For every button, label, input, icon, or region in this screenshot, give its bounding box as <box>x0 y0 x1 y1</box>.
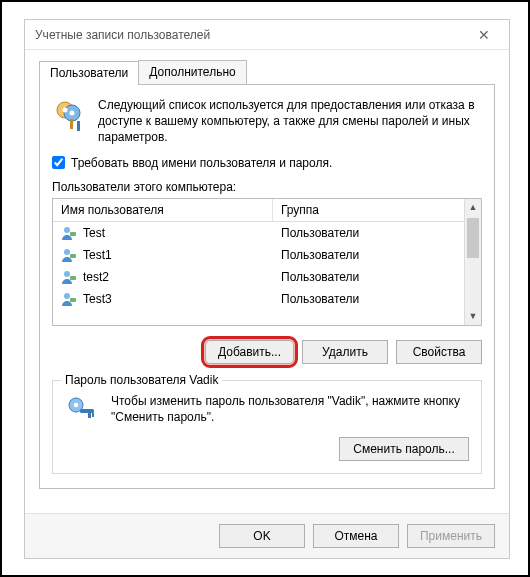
user-icon <box>61 291 77 307</box>
cancel-button[interactable]: Отмена <box>313 524 399 548</box>
window-title: Учетные записи пользователей <box>35 28 469 42</box>
table-row[interactable]: Test1 Пользователи <box>53 244 464 266</box>
require-login-label: Требовать ввод имени пользователя и паро… <box>71 156 332 170</box>
svg-point-3 <box>70 111 75 116</box>
tabstrip: Пользователи Дополнительно <box>39 60 495 84</box>
scroll-track[interactable] <box>465 216 481 308</box>
svg-rect-13 <box>70 298 76 302</box>
password-group-legend: Пароль пользователя Vadik <box>61 373 222 387</box>
group-cell: Пользователи <box>273 248 464 262</box>
svg-rect-17 <box>88 413 91 418</box>
user-icon <box>61 247 77 263</box>
change-password-button[interactable]: Сменить пароль... <box>339 437 469 461</box>
tab-users[interactable]: Пользователи <box>39 61 139 85</box>
group-cell: Пользователи <box>273 292 464 306</box>
username-cell: Test <box>83 226 105 240</box>
svg-point-6 <box>64 227 70 233</box>
apply-button[interactable]: Применить <box>407 524 495 548</box>
svg-rect-18 <box>92 413 94 417</box>
group-cell: Пользователи <box>273 270 464 284</box>
add-button[interactable]: Добавить... <box>205 340 294 364</box>
svg-rect-16 <box>80 409 94 413</box>
key-icon <box>65 393 99 427</box>
users-keys-icon <box>52 97 88 146</box>
svg-point-2 <box>63 108 68 113</box>
username-cell: Test3 <box>83 292 112 306</box>
svg-rect-7 <box>70 232 76 236</box>
dialog-button-bar: OK Отмена Применить <box>25 513 509 558</box>
svg-point-8 <box>64 249 70 255</box>
scroll-up-icon[interactable]: ▲ <box>465 199 481 216</box>
users-list-label: Пользователи этого компьютера: <box>52 180 482 194</box>
user-icon <box>61 269 77 285</box>
user-accounts-dialog: Учетные записи пользователей ✕ Пользоват… <box>24 19 510 559</box>
ok-button[interactable]: OK <box>219 524 305 548</box>
svg-rect-9 <box>70 254 76 258</box>
listview-scrollbar[interactable]: ▲ ▼ <box>464 199 481 325</box>
group-cell: Пользователи <box>273 226 464 240</box>
column-group[interactable]: Группа <box>273 199 464 221</box>
svg-rect-11 <box>70 276 76 280</box>
tab-panel-users: Следующий список используется для предос… <box>39 84 495 489</box>
user-icon <box>61 225 77 241</box>
scroll-down-icon[interactable]: ▼ <box>465 308 481 325</box>
properties-button[interactable]: Свойства <box>396 340 482 364</box>
username-cell: Test1 <box>83 248 112 262</box>
username-cell: test2 <box>83 270 109 284</box>
svg-rect-5 <box>77 121 80 131</box>
require-login-input[interactable] <box>52 156 65 169</box>
password-groupbox: Пароль пользователя Vadik Чтобы изме <box>52 380 482 474</box>
table-row[interactable]: test2 Пользователи <box>53 266 464 288</box>
svg-rect-4 <box>70 119 73 129</box>
remove-button[interactable]: Удалить <box>302 340 388 364</box>
scroll-thumb[interactable] <box>467 218 479 258</box>
svg-point-12 <box>64 293 70 299</box>
require-login-checkbox[interactable]: Требовать ввод имени пользователя и паро… <box>52 156 482 170</box>
table-row[interactable]: Test3 Пользователи <box>53 288 464 310</box>
svg-point-10 <box>64 271 70 277</box>
svg-point-15 <box>74 402 79 407</box>
password-group-text: Чтобы изменить пароль пользователя "Vadi… <box>111 393 469 427</box>
table-row[interactable]: Test Пользователи <box>53 222 464 244</box>
tab-advanced[interactable]: Дополнительно <box>138 60 246 84</box>
column-username[interactable]: Имя пользователя <box>53 199 273 221</box>
listview-header: Имя пользователя Группа <box>53 199 464 222</box>
titlebar: Учетные записи пользователей ✕ <box>25 20 509 50</box>
close-icon[interactable]: ✕ <box>469 27 499 43</box>
info-text: Следующий список используется для предос… <box>98 97 482 146</box>
users-listview[interactable]: Имя пользователя Группа Test <box>52 198 482 326</box>
